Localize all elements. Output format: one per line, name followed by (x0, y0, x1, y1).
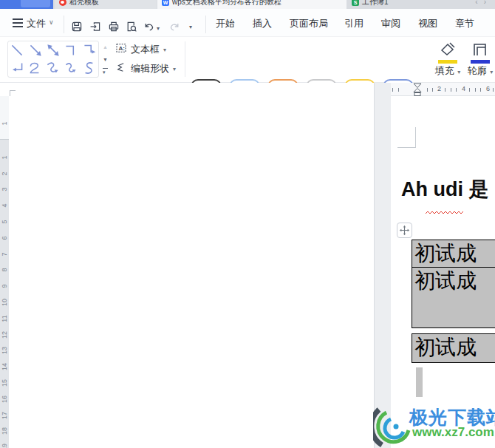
file-menu-caret-icon[interactable]: ∨ (49, 18, 54, 26)
tab-scroll-arrows[interactable]: ‹› (475, 0, 492, 6)
shape-gallery (7, 41, 99, 78)
shape-bent-arrow-icon[interactable] (9, 60, 25, 76)
vertical-ruler[interactable]: 1 12345678910111213141516171819 (0, 96, 9, 448)
wps-writer-window: 稻壳模板 W wps文档表格平均分布各行的教程 S 工作簿1 ‹› 文件 ∨ (0, 0, 495, 448)
redo-icon-disabled (168, 21, 180, 33)
table-cell-text: 初试成 (412, 240, 495, 265)
menu-tab-insert[interactable]: 插入 (253, 17, 272, 30)
page-gap (374, 83, 391, 448)
file-menu[interactable]: 文件 (27, 17, 46, 30)
tab-label: 工作簿1 (362, 0, 389, 7)
edit-shape-button[interactable]: 编辑形状 ▾ (115, 61, 176, 77)
svg-text:A:: A: (118, 45, 124, 52)
hamburger-menu-icon[interactable] (13, 18, 23, 27)
ruler-number: 4 (462, 85, 465, 92)
edit-shape-icon (115, 61, 127, 76)
page-margin-corner-mark (10, 90, 16, 96)
separator (205, 16, 206, 33)
shape-arrow-icon[interactable] (27, 42, 44, 58)
tab-active-document[interactable]: W wps文档表格平均分布各行的教程 (157, 0, 346, 9)
docer-icon (59, 0, 66, 6)
spreadsheet-icon: S (352, 0, 359, 6)
shape-double-arrow-icon[interactable] (45, 42, 61, 58)
table-row[interactable]: 初试成 (412, 268, 495, 328)
wps-home-button[interactable] (0, 0, 53, 9)
document-canvas: 1 12345678910111213141516171819 Ah udi 是 (0, 96, 495, 448)
gallery-expand-icon[interactable]: ▾ (100, 65, 110, 78)
table-cell-text: 初试成 (412, 268, 495, 293)
site-watermark: 极光下载站 www.xz7.com (373, 405, 495, 448)
vertical-ruler-numbers: 12345678910111213141516171819 (0, 149, 9, 448)
menu-tab-review[interactable]: 审阅 (381, 17, 400, 30)
document-page-1[interactable] (9, 96, 374, 448)
window-tab-bar: 稻壳模板 W wps文档表格平均分布各行的教程 S 工作簿1 ‹› (0, 0, 495, 9)
tab-spreadsheet[interactable]: S 工作簿1 (347, 0, 436, 9)
export-icon[interactable] (89, 21, 101, 33)
print-icon[interactable] (108, 21, 120, 33)
shape-elbow-connector-icon[interactable] (63, 42, 79, 58)
document-table-selected[interactable]: 初试成 初试成 初试成 (412, 240, 495, 363)
menu-bar: 文件 ∨ ▾ ▾ (0, 9, 495, 37)
writer-doc-icon: W (162, 0, 169, 6)
shape-line-icon[interactable] (9, 42, 25, 58)
shape-elbow-arrow-icon[interactable] (81, 42, 98, 58)
tab-docer-templates[interactable]: 稻壳模板 (55, 0, 157, 9)
quickbar-more-icon[interactable]: ▾ (189, 24, 192, 30)
tab-label: wps文档表格平均分布各行的教程 (172, 0, 281, 7)
ribbon-toolbar: ▲ ▼ ▾ A: 文本框 ▾ 编辑形状 ▾ Abc Abc Abc Abc Ab… (0, 37, 495, 83)
menu-tab-page-layout[interactable]: 页面布局 (290, 17, 328, 30)
outline-icon (471, 40, 490, 59)
gallery-spinner: ▲ ▼ ▾ (100, 41, 110, 78)
table-row[interactable]: 初试成 (412, 333, 495, 363)
fill-button[interactable]: 填充 ▾ (433, 40, 462, 80)
gallery-down-icon[interactable]: ▼ (100, 53, 110, 66)
textbox-button[interactable]: A: 文本框 ▾ (115, 41, 166, 58)
gallery-up-icon: ▲ (100, 41, 110, 53)
ruler-number: 1 (1, 119, 8, 128)
outline-button[interactable]: 轮廓 ▾ (465, 40, 495, 80)
shape-freeform-icon[interactable] (81, 60, 98, 76)
document-page-2[interactable]: Ah udi 是 初试成 初试成 初试成 (391, 96, 495, 448)
shape-curve-icon[interactable] (27, 60, 44, 76)
menu-tab-view[interactable]: 视图 (418, 17, 437, 30)
watermark-spiral-logo-icon (373, 407, 413, 448)
spellcheck-squiggle (426, 204, 464, 217)
shape-curved-arrow-icon[interactable] (45, 60, 61, 76)
watermark-site-url: www.xz7.com (412, 425, 494, 440)
home-button-highlight (21, 0, 50, 7)
undo-caret-icon[interactable]: ▾ (157, 25, 160, 32)
selected-paragraph-mark (416, 367, 423, 397)
table-row-gap (412, 328, 495, 333)
shape-curved-double-arrow-icon[interactable] (63, 60, 79, 76)
table-cell-text: 初试成 (412, 334, 495, 359)
table-row[interactable]: 初试成 (412, 240, 495, 268)
ruler-row: 2 4 6 (0, 83, 495, 96)
menu-tab-home[interactable]: 开始 (216, 17, 235, 30)
fill-bucket-icon (438, 40, 457, 59)
horizontal-ruler[interactable]: 2 4 6 (390, 83, 495, 96)
menu-tab-references[interactable]: 引用 (344, 17, 363, 30)
separator (64, 16, 64, 33)
ruler-number: 2 (437, 85, 441, 92)
tab-label: 稻壳模板 (69, 0, 99, 7)
undo-icon[interactable] (143, 21, 155, 33)
menu-tab-section[interactable]: 章节 (455, 17, 474, 30)
textbox-icon: A: (115, 42, 127, 57)
save-icon[interactable] (71, 21, 83, 33)
print-preview-icon[interactable] (126, 21, 137, 33)
table-move-handle[interactable] (397, 223, 412, 238)
ruler-number: 6 (486, 85, 490, 92)
document-title-text[interactable]: Ah udi 是 (401, 176, 488, 203)
page-margin-corner-mark (397, 127, 416, 148)
separator (185, 41, 185, 77)
